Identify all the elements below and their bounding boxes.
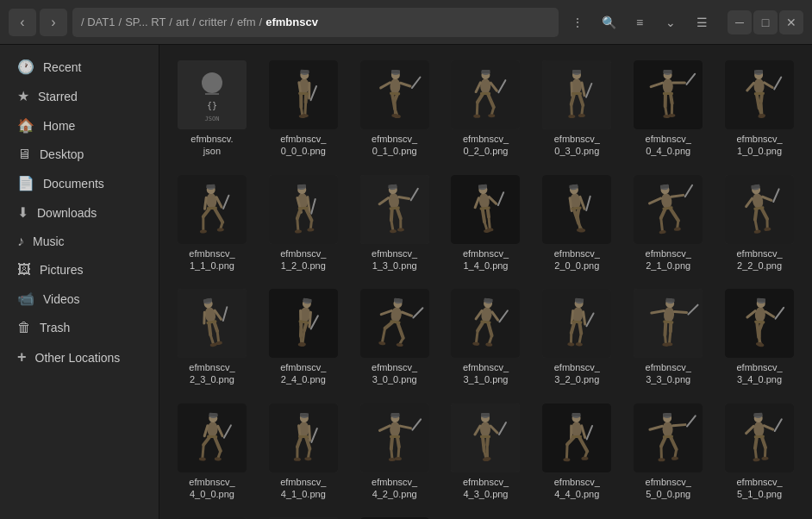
sidebar-item-music[interactable]: ♪ Music: [3, 228, 155, 255]
file-item[interactable]: efmbnscv_ 1_4_0.png: [442, 168, 530, 279]
breadcrumb-sep: /: [259, 16, 263, 28]
sidebar-item-documents[interactable]: 📄 Documents: [3, 169, 155, 197]
svg-rect-34: [390, 92, 400, 95]
file-item[interactable]: efmbnscv_ 4_0_0.png: [168, 397, 256, 508]
menu-button[interactable]: ⋮: [564, 9, 591, 36]
file-item[interactable]: efmbnscv_ 5_2_0.png: [168, 510, 256, 519]
view-options-button[interactable]: ☰: [688, 9, 715, 36]
sidebar-item-other-locations[interactable]: + Other Locations: [3, 342, 155, 372]
file-item[interactable]: efmbnscv_ 4_1_0.png: [259, 397, 347, 508]
svg-rect-24: [391, 70, 400, 73]
file-item[interactable]: efmbnscv_ 4_2_0.png: [351, 397, 439, 508]
file-item[interactable]: efmbnscv_ 2_2_0.png: [715, 168, 803, 279]
home-icon: 🏠: [17, 117, 34, 134]
file-item[interactable]: efmbnscv_ 2_0_0.png: [533, 168, 621, 279]
sidebar-item-videos[interactable]: 📹 Videos: [3, 285, 155, 313]
sidebar-item-home[interactable]: 🏠 Home: [3, 111, 155, 140]
file-item[interactable]: efmbnscv_ 3_0_0.png: [351, 282, 439, 393]
file-grid: {} JSON efmbnscv. json: [168, 53, 803, 519]
search-button[interactable]: 🔍: [595, 9, 622, 36]
svg-line-73: [665, 94, 666, 106]
svg-line-346: [398, 447, 399, 458]
breadcrumb-sep: /: [169, 16, 172, 28]
svg-rect-394: [663, 435, 673, 438]
trash-icon: 🗑: [17, 320, 31, 335]
file-item[interactable]: efmbnscv_ 2_4_0.png: [259, 282, 347, 393]
sidebar-item-downloads[interactable]: ⬇ Downloads: [3, 198, 155, 227]
sidebar-item-recent[interactable]: 🕐 Recent: [3, 53, 155, 81]
file-item[interactable]: efmbnscv_ 0_3_0.png: [533, 53, 621, 165]
sidebar-item-desktop[interactable]: 🖥 Desktop: [3, 141, 155, 168]
file-label: efmbnscv_ 4_0_0.png: [189, 476, 234, 501]
file-item[interactable]: efmbnscv_ 3_1_0.png: [442, 282, 530, 393]
svg-line-13: [300, 94, 302, 107]
file-item[interactable]: efmbnscv_ 5_0_0.png: [624, 397, 712, 508]
svg-line-59: [572, 104, 572, 116]
view-sort-button[interactable]: ⌄: [657, 9, 684, 36]
file-label: efmbnscv_ 4_2_0.png: [372, 476, 417, 501]
breadcrumb-part: efm: [237, 16, 256, 28]
sidebar-item-starred[interactable]: ★ Starred: [3, 82, 155, 110]
file-item[interactable]: efmbnscv_ 1_1_0.png: [168, 168, 256, 279]
file-label: efmbnscv_ 2_0_0.png: [554, 247, 600, 272]
svg-line-14: [301, 107, 303, 116]
file-item[interactable]: efmbnscv_ 2_3_0.png: [168, 282, 256, 393]
svg-rect-379: [572, 435, 582, 438]
file-item[interactable]: efmbnscv_ 4_3_0.png: [442, 397, 530, 508]
svg-line-136: [399, 218, 401, 228]
file-label: efmbnscv_ 1_3_0.png: [372, 247, 417, 272]
file-item[interactable]: efmbnscv_ 5_4_0.png: [351, 510, 439, 519]
svg-line-104: [203, 216, 204, 230]
file-item[interactable]: efmbnscv_ 1_2_0.png: [259, 168, 347, 279]
file-item[interactable]: efmbnscv_ 2_1_0.png: [624, 168, 712, 279]
file-item[interactable]: efmbnscv_ 0_0_0.png: [259, 53, 347, 165]
file-item[interactable]: {} JSON efmbnscv. json: [168, 53, 256, 165]
file-item[interactable]: efmbnscv_ 0_4_0.png: [624, 53, 712, 165]
file-item[interactable]: efmbnscv_ 3_3_0.png: [624, 282, 712, 393]
file-item[interactable]: efmbnscv_ 1_0_0.png: [715, 53, 803, 165]
file-thumbnail: [542, 60, 611, 129]
file-item[interactable]: efmbnscv_ 3_4_0.png: [715, 282, 803, 393]
svg-line-326: [309, 426, 310, 441]
sidebar-item-pictures[interactable]: 🖼 Pictures: [3, 256, 155, 284]
file-item[interactable]: efmbnscv_ 5_3_0.png: [259, 510, 347, 519]
svg-line-91: [761, 102, 762, 115]
svg-line-134: [391, 220, 393, 230]
file-thumbnail: [725, 175, 794, 244]
file-item[interactable]: efmbnscv_ 0_2_0.png: [442, 53, 530, 165]
file-label: efmbnscv_ 3_1_0.png: [463, 361, 509, 386]
file-item[interactable]: efmbnscv_ 5_1_0.png: [715, 397, 803, 508]
videos-icon: 📹: [17, 291, 34, 307]
close-button[interactable]: ✕: [779, 10, 803, 34]
maximize-button[interactable]: □: [753, 10, 778, 34]
recent-icon: 🕐: [17, 59, 34, 75]
svg-line-254: [477, 331, 478, 343]
file-thumbnail: [178, 175, 247, 244]
file-label: efmbnscv_ 0_0_0.png: [280, 133, 326, 158]
breadcrumb: / DAT1 / SP... RT / art / critter / efm …: [72, 8, 559, 37]
sidebar-item-trash[interactable]: 🗑 Trash: [3, 314, 155, 341]
file-item[interactable]: efmbnscv_ 0_1_0.png: [351, 53, 439, 165]
forward-button[interactable]: ›: [40, 9, 67, 36]
file-thumbnail: [269, 403, 338, 472]
sidebar-item-label: Recent: [43, 60, 81, 74]
back-button[interactable]: ‹: [9, 9, 36, 36]
view-list-button[interactable]: ≡: [626, 9, 653, 36]
svg-rect-49: [481, 92, 491, 95]
svg-rect-354: [481, 413, 490, 416]
file-label: efmbnscv_ 5_0_0.png: [646, 476, 691, 501]
svg-rect-309: [209, 413, 217, 417]
svg-rect-94: [754, 92, 765, 95]
file-item[interactable]: efmbnscv_ 1_3_0.png: [351, 168, 439, 279]
music-icon: ♪: [17, 234, 24, 249]
svg-line-404: [755, 448, 756, 459]
sidebar: 🕐 Recent ★ Starred 🏠 Home 🖥 Desktop 📄 Do…: [0, 45, 159, 519]
svg-rect-384: [663, 413, 671, 416]
svg-line-208: [209, 323, 211, 335]
minimize-button[interactable]: ─: [728, 10, 752, 34]
file-item[interactable]: efmbnscv_ 3_2_0.png: [533, 282, 621, 393]
file-item[interactable]: efmbnscv_ 4_4_0.png: [533, 397, 621, 508]
svg-line-71: [673, 83, 685, 84]
sidebar-item-label: Downloads: [37, 206, 97, 220]
other-locations-icon: +: [17, 348, 27, 366]
